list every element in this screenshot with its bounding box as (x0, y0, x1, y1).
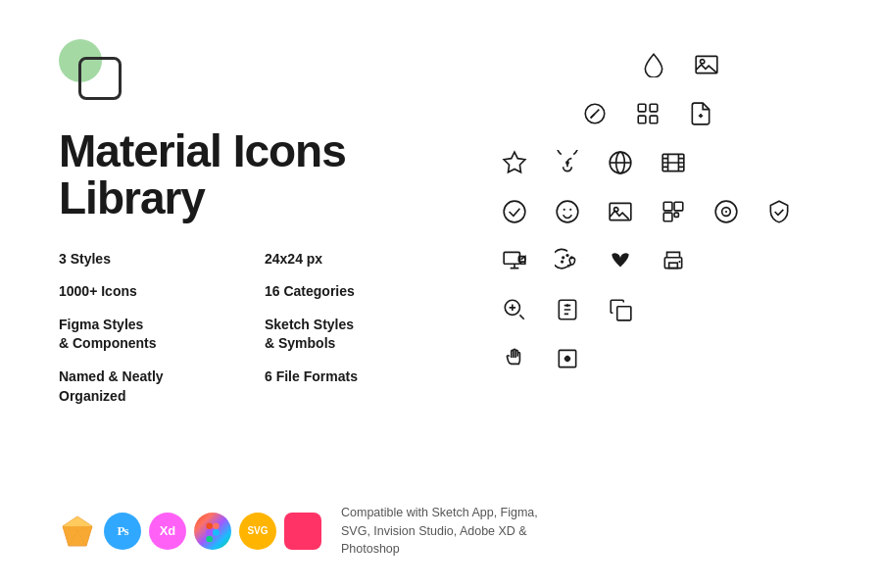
brightness-icon (552, 343, 583, 374)
compat-text: Compatible with Sketch App, Figma, SVG, … (341, 504, 557, 559)
star-icon (499, 147, 530, 178)
invision-icon (284, 513, 321, 550)
globe-icon (605, 147, 636, 178)
svg-point-23 (725, 211, 727, 213)
spec-figma: Figma Styles& Components (59, 316, 265, 354)
svg-rect-48 (206, 529, 213, 536)
hand-icon (499, 343, 530, 374)
photoshop-icon: Ps (104, 513, 141, 550)
svg-rect-5 (638, 116, 646, 123)
svg-point-13 (564, 209, 565, 211)
svg-point-14 (569, 209, 571, 211)
svg-point-32 (678, 261, 680, 263)
logo-square (78, 57, 122, 100)
svg-point-50 (213, 529, 220, 536)
right-panel (470, 39, 823, 549)
svg-point-29 (570, 256, 573, 259)
check-circle-icon (499, 196, 530, 227)
spec-size-label: 24x24 px (265, 250, 470, 270)
ink-drop-icon (638, 49, 669, 80)
svg-rect-31 (669, 263, 678, 268)
spec-icons: 1000+ Icons (59, 282, 265, 302)
compass-icon (579, 98, 611, 129)
print-icon (658, 245, 689, 276)
dashboard-icon (658, 196, 689, 227)
svg-point-35 (566, 305, 567, 306)
svg-rect-18 (674, 202, 683, 211)
target-icon (710, 196, 742, 227)
tool-icons: Ps Xd SVG (59, 513, 321, 550)
icons-row-2 (499, 98, 716, 129)
xd-icon: Xd (149, 513, 186, 550)
svg-rect-3 (638, 104, 646, 112)
icons-row-5 (499, 245, 689, 276)
svg-point-1 (701, 60, 705, 64)
svg-rect-51 (293, 521, 313, 541)
specs-grid: 3 Styles 24x24 px 1000+ Icons 16 Categor… (59, 250, 470, 407)
svg-point-26 (561, 260, 564, 263)
bottom-bar: Ps Xd SVG Compatible with Sketch App, Fi… (59, 504, 557, 559)
svg-rect-6 (650, 116, 658, 123)
icons-row-7 (499, 343, 583, 374)
emoji-icon (552, 196, 583, 227)
spec-sketch: Sketch Styles& Symbols (265, 316, 470, 354)
fingerprint-icon (552, 147, 583, 178)
svg-point-28 (565, 254, 568, 257)
file-icon (685, 98, 716, 129)
search-plus-icon (499, 294, 530, 325)
spec-named-label: Named & NeatlyOrganized (59, 368, 265, 406)
spec-categories: 16 Categories (265, 282, 470, 302)
spec-named: Named & NeatlyOrganized (59, 368, 265, 406)
svg-rect-4 (650, 104, 658, 112)
svg-rect-49 (206, 536, 213, 542)
palette-icon (552, 245, 583, 276)
figma-icon (194, 513, 231, 550)
spec-formats: 6 File Formats (265, 368, 470, 406)
spec-figma-label: Figma Styles& Components (59, 316, 265, 354)
landscape-icon (691, 49, 722, 80)
svg-point-11 (504, 201, 525, 222)
spec-size: 24x24 px (265, 250, 470, 270)
info-icon (552, 294, 583, 325)
svg-rect-36 (617, 307, 631, 320)
spec-sketch-label: Sketch Styles& Symbols (265, 316, 470, 354)
svg-icon: SVG (239, 513, 276, 550)
svg-point-16 (614, 208, 618, 212)
svg-marker-41 (63, 516, 92, 526)
svg-point-12 (557, 201, 578, 222)
svg-rect-17 (663, 202, 672, 211)
settings-grid-icon (632, 98, 663, 129)
icons-row-4 (499, 196, 795, 227)
svg-rect-19 (663, 213, 672, 221)
svg-rect-20 (674, 213, 678, 217)
screen-share-icon (499, 245, 530, 276)
image-icon (605, 196, 636, 227)
svg-rect-46 (206, 522, 213, 529)
svg-rect-24 (504, 252, 519, 264)
spec-categories-label: 16 Categories (265, 282, 470, 302)
shield-check-icon (763, 196, 795, 227)
svg-rect-47 (213, 522, 220, 529)
icons-grid (499, 49, 795, 374)
spec-formats-label: 6 File Formats (265, 368, 470, 387)
icons-row-1 (499, 49, 722, 80)
spec-styles: 3 Styles (59, 250, 265, 270)
page-title: Material Icons Library (59, 127, 470, 222)
icons-row-6 (499, 294, 636, 325)
icons-row-3 (499, 147, 689, 178)
spec-styles-label: 3 Styles (59, 250, 265, 270)
logo-area (59, 39, 137, 108)
film-icon (658, 147, 689, 178)
svg-point-27 (562, 256, 564, 259)
sketch-icon (59, 513, 96, 550)
left-panel: Material Icons Library 3 Styles 24x24 px… (59, 39, 470, 549)
heart-icon (605, 245, 636, 276)
copy-icon (605, 294, 636, 325)
spec-icons-label: 1000+ Icons (59, 282, 265, 302)
